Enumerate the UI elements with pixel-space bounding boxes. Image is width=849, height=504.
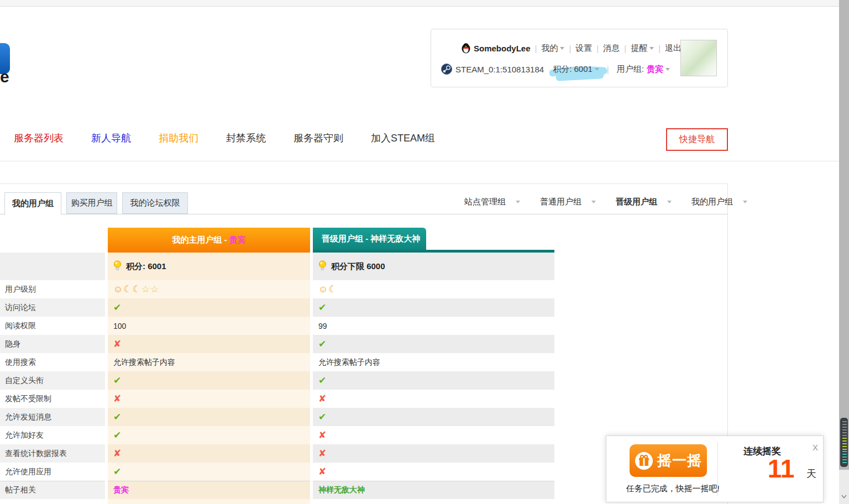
group-menus: 站点管理组普通用户组晋级用户组我的用户组 — [464, 197, 747, 207]
row-col2-value: ✔ — [313, 408, 554, 426]
row-col1-value: ☺☾☾☆☆ — [108, 280, 310, 298]
group-menu-label: 站点管理组 — [464, 197, 506, 207]
group-menu-label: 我的用户组 — [691, 197, 733, 207]
scrollbar-thumb[interactable] — [839, 0, 849, 470]
cell-text: 100 — [113, 322, 126, 330]
divider — [0, 161, 839, 161]
group-menu-2[interactable]: 普通用户组 — [540, 197, 596, 207]
user-level-icons: ☺☾ — [318, 284, 338, 295]
row-col1-value: ✔ — [108, 426, 310, 444]
score-row-label — [0, 253, 105, 280]
chevron-down-icon — [667, 201, 672, 203]
lightbulb-icon — [113, 260, 122, 272]
row-col1-value: 允许搜索帖子内容 — [108, 353, 310, 371]
lightbulb-icon — [318, 260, 327, 272]
moon-icon: ☾ — [123, 284, 132, 295]
row-label: 用户级别 — [0, 280, 105, 298]
user-panel-row1: SomebodyLee | 我的|设置|消息|提醒|退出 — [461, 43, 682, 54]
chevron-down-icon[interactable] — [560, 47, 564, 50]
shake-popup: 摇一摇 任务已完成，快摇一摇吧! 连续摇奖 11 天 X — [606, 435, 824, 502]
nav-item-3[interactable]: 捐助我们 — [159, 132, 198, 145]
avatar[interactable] — [680, 40, 717, 76]
group-menu-4[interactable]: 我的用户组 — [691, 197, 747, 207]
streak-unit: 天 — [806, 467, 816, 480]
row-label: 允许加好友 — [0, 426, 105, 444]
score-row: 积分: 6001 积分下限 6000 — [0, 253, 554, 280]
primary-group-header-group: 贵宾 — [229, 235, 246, 245]
nav-item-5[interactable]: 服务器守则 — [294, 132, 343, 145]
row-label: 发帖不受限制 — [0, 390, 105, 408]
table-row: 允许加好友✔✘ — [0, 426, 554, 444]
cell-text: 允许搜索帖子内容 — [113, 358, 175, 368]
user-menu-2[interactable]: 设置 — [575, 43, 592, 54]
shake-button[interactable]: 摇一摇 — [630, 444, 707, 477]
popup-divider — [717, 443, 718, 496]
separator: | — [607, 65, 609, 74]
row-label: 隐身 — [0, 335, 105, 353]
chevron-down-icon[interactable] — [840, 492, 848, 501]
group-menu-1[interactable]: 站点管理组 — [464, 197, 520, 207]
username[interactable]: SomebodyLee — [474, 44, 531, 53]
tab-3[interactable]: 我的论坛权限 — [122, 192, 188, 214]
group-menu-3[interactable]: 晋级用户组 — [616, 197, 672, 207]
row-label: 访问论坛 — [0, 298, 105, 317]
permissions-table: 用户级别☺☾☾☆☆☺☾访问论坛✔✔阅读权限10099隐身✘✔使用搜索允许搜索帖子… — [0, 280, 554, 504]
row-label: 查看统计数据报表 — [0, 444, 105, 463]
streak-count: 11 — [759, 454, 803, 484]
row-col2-value: ✔ — [313, 499, 554, 504]
close-icon[interactable]: X — [813, 443, 818, 452]
group-menu-label: 普通用户组 — [540, 197, 581, 207]
separator: | — [658, 44, 661, 53]
row-col2-value: 神样无敌大神 — [313, 481, 554, 499]
row-col2-value: 99 — [313, 317, 554, 335]
row-col1-value: ✔ — [108, 298, 310, 317]
moon-icon: ☾ — [133, 284, 142, 295]
primary-group-header: 我的主用户组 - 贵宾 — [108, 228, 310, 253]
chevron-down-icon — [516, 201, 520, 203]
check-icon: ✔ — [318, 302, 326, 313]
site-logo-letter: e — [0, 67, 9, 86]
star-icon: ☆ — [150, 284, 159, 295]
nav-item-1[interactable]: 服务器列表 — [14, 132, 64, 145]
row-col2-value: ✘ — [313, 444, 554, 463]
chevron-down-icon[interactable] — [665, 68, 670, 71]
user-menu-3[interactable]: 消息 — [603, 43, 620, 54]
user-menu-4[interactable]: 提醒 — [631, 43, 647, 54]
table-row: 自定义头衔✔✔ — [0, 371, 554, 390]
chevron-down-icon — [591, 201, 596, 203]
nav-item-6[interactable]: 加入STEAM组 — [371, 132, 435, 145]
table-row: 用户级别☺☾☾☆☆☺☾ — [0, 280, 554, 298]
nav-item-4[interactable]: 封禁系统 — [226, 132, 266, 145]
group-name-text: 贵宾 — [113, 485, 129, 495]
usergroup-value[interactable]: 贵宾 — [647, 64, 663, 75]
chevron-down-icon — [743, 201, 747, 203]
tab-1[interactable]: 我的用户组 — [4, 192, 61, 215]
tab-2[interactable]: 购买用户组 — [66, 192, 117, 214]
equalizer-lime-bars — [842, 438, 847, 451]
page: e SomebodyLee | 我的|设置|消息|提醒|退出 STEAM_0:1… — [0, 0, 849, 504]
equalizer-widget[interactable] — [840, 418, 848, 467]
table-row: 帖子相关贵宾神样无敌大神 — [0, 481, 554, 499]
cross-icon: ✘ — [318, 393, 326, 405]
content-top-border — [0, 183, 728, 184]
equalizer-teal-bars — [842, 451, 847, 463]
equalizer-gray-bars — [842, 421, 847, 438]
quick-nav-button[interactable]: 快捷导航 — [666, 128, 728, 151]
chevron-down-icon[interactable] — [595, 68, 599, 71]
group-name-text: 神样无敌大神 — [318, 485, 365, 495]
star-icon: ☆ — [142, 284, 150, 295]
score-value: 积分: 6001 — [126, 261, 166, 272]
user-menu-1[interactable]: 我的 — [541, 43, 558, 54]
score-wrap[interactable]: 积分: 6001 — [553, 64, 593, 75]
row-col1-value: ✔ — [108, 499, 310, 504]
row-col2-value: 允许搜索帖子内容 — [313, 353, 554, 371]
user-menu-5[interactable]: 退出 — [665, 43, 682, 54]
row-col2-value: ✔ — [313, 371, 554, 390]
row-col2-value: ✘ — [313, 390, 554, 408]
shake-button-label: 摇一摇 — [657, 451, 702, 470]
row-col2-value: ☺☾ — [313, 280, 554, 298]
table-row: 允许发短消息✔✔ — [0, 408, 554, 426]
nav-item-2[interactable]: 新人导航 — [91, 132, 131, 145]
cell-text: 99 — [318, 322, 327, 330]
chevron-down-icon[interactable] — [649, 47, 654, 50]
